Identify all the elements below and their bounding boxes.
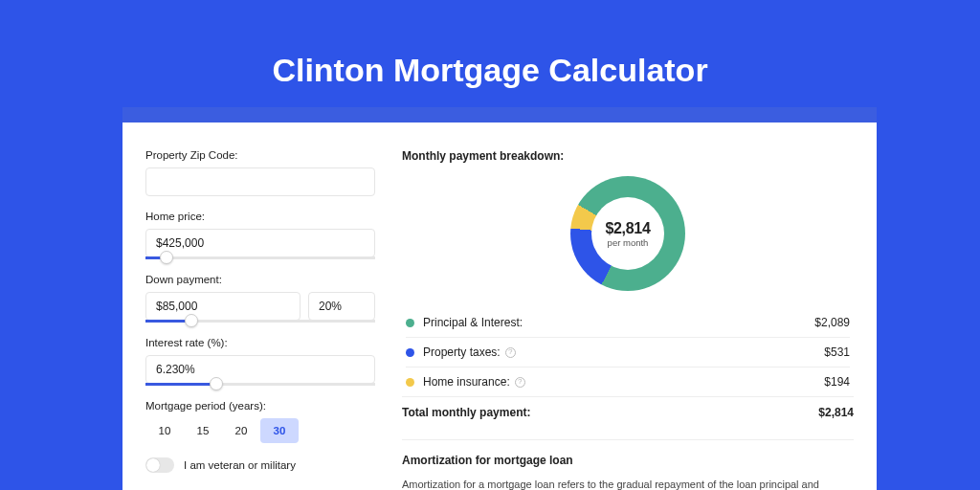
total-value: $2,814: [818, 406, 854, 419]
interest-row: Interest rate (%):: [145, 337, 375, 386]
page-title: Clinton Mortgage Calculator: [0, 52, 980, 89]
zip-row: Property Zip Code:: [145, 149, 375, 196]
home-price-input[interactable]: [145, 229, 375, 257]
interest-label: Interest rate (%):: [145, 337, 375, 348]
legend-label-text: Home insurance:: [423, 375, 510, 389]
period-label: Mortgage period (years):: [145, 400, 375, 412]
right-column: Monthly payment breakdown: $2,814 per mo…: [402, 149, 854, 490]
veteran-row: I am veteran or military: [145, 457, 375, 473]
donut-wrap: $2,814 per month: [402, 176, 854, 291]
home-price-slider[interactable]: [145, 256, 375, 259]
down-payment-input[interactable]: [145, 292, 301, 321]
period-option-10[interactable]: 10: [145, 418, 184, 443]
legend-label: Home insurance:?: [423, 375, 824, 389]
interest-slider[interactable]: [145, 383, 375, 386]
total-row: Total monthly payment: $2,814: [402, 396, 854, 428]
interest-input[interactable]: [145, 355, 375, 384]
home-price-row: Home price:: [145, 211, 375, 259]
total-label: Total monthly payment:: [402, 406, 818, 419]
veteran-toggle[interactable]: [145, 457, 174, 473]
home-price-label: Home price:: [145, 211, 375, 222]
donut-center: $2,814 per month: [591, 197, 664, 270]
period-options: 10152030: [145, 418, 375, 443]
period-option-30[interactable]: 30: [260, 418, 299, 443]
legend-dot-icon: [406, 378, 414, 387]
down-payment-pct-input[interactable]: [308, 292, 375, 321]
legend-dot-icon: [406, 348, 414, 357]
down-payment-label: Down payment:: [145, 274, 375, 285]
down-payment-slider-thumb[interactable]: [185, 314, 198, 327]
amortization-section: Amortization for mortgage loan Amortizat…: [402, 439, 854, 490]
interest-slider-thumb[interactable]: [210, 377, 223, 390]
legend-row: Home insurance:?$194: [406, 367, 850, 396]
donut-value: $2,814: [605, 220, 650, 237]
left-column: Property Zip Code: Home price: Down paym…: [145, 149, 375, 490]
period-option-20[interactable]: 20: [222, 418, 260, 443]
zip-input[interactable]: [145, 167, 375, 196]
legend-value: $2,089: [814, 316, 850, 329]
legend-value: $194: [824, 375, 850, 389]
amortization-body: Amortization for a mortgage loan refers …: [402, 477, 854, 490]
info-icon[interactable]: ?: [515, 377, 525, 388]
legend-value: $531: [824, 345, 850, 359]
donut-chart: $2,814 per month: [570, 176, 685, 291]
down-payment-slider[interactable]: [145, 320, 375, 323]
down-payment-row: Down payment:: [145, 274, 375, 323]
legend-row: Property taxes:?$531: [406, 337, 850, 367]
calculator-card: Property Zip Code: Home price: Down paym…: [122, 122, 877, 490]
period-row: Mortgage period (years): 10152030: [145, 400, 375, 443]
veteran-label: I am veteran or military: [184, 459, 296, 471]
legend-label: Property taxes:?: [423, 345, 824, 359]
legend-label-text: Principal & Interest:: [423, 316, 523, 329]
legend-row: Principal & Interest:$2,089: [406, 308, 850, 337]
legend-label-text: Property taxes:: [423, 345, 501, 359]
home-price-slider-thumb[interactable]: [160, 251, 173, 264]
info-icon[interactable]: ?: [505, 347, 516, 358]
period-option-15[interactable]: 15: [184, 418, 222, 443]
donut-sublabel: per month: [608, 237, 649, 248]
legend-label: Principal & Interest:: [423, 316, 814, 329]
zip-label: Property Zip Code:: [145, 149, 375, 161]
legend: Principal & Interest:$2,089Property taxe…: [406, 308, 850, 396]
amortization-title: Amortization for mortgage loan: [402, 454, 854, 467]
card-top-accent: [122, 107, 877, 122]
breakdown-title: Monthly payment breakdown:: [402, 149, 854, 163]
legend-dot-icon: [406, 319, 414, 327]
